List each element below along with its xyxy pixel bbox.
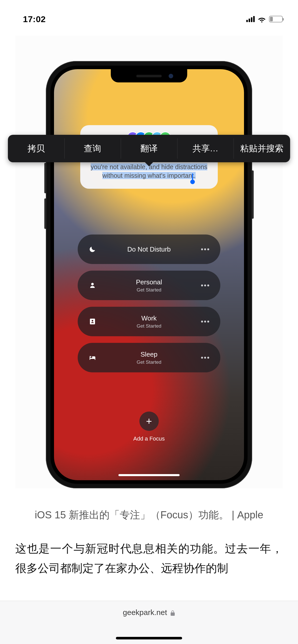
page-domain: geekpark.net (123, 608, 167, 617)
notch (111, 69, 187, 82)
status-bar: 17:02 (0, 0, 298, 31)
focus-mode-sublabel: Get Started (78, 287, 220, 293)
selection-handle-end[interactable] (190, 180, 195, 184)
focus-mode-sleep[interactable]: Sleep Get Started ••• (78, 343, 220, 372)
menu-translate[interactable]: 翻译 (121, 135, 177, 162)
menu-paste-search[interactable]: 粘贴并搜索 (234, 135, 290, 162)
add-focus-label: Add a Focus (133, 435, 165, 442)
status-time: 17:02 (23, 14, 46, 24)
mockup-home-indicator (118, 474, 180, 476)
focus-mode-sublabel: Get Started (78, 323, 220, 329)
menu-lookup[interactable]: 查询 (64, 135, 121, 162)
lock-icon (170, 609, 175, 616)
mockup-screen: Find Focus in the Day Filter notificatio… (54, 69, 244, 480)
article-body[interactable]: Find Focus in the Day Filter notificatio… (0, 36, 298, 601)
focus-mode-label: Do Not Disturb (78, 245, 220, 253)
safari-toolbar: geekpark.net (0, 601, 298, 644)
address-bar[interactable]: geekpark.net (123, 608, 175, 617)
text-selection-menu: 拷贝 查询 翻译 共享… 粘贴并搜索 (8, 135, 290, 162)
focus-mode-sublabel: Get Started (78, 359, 220, 365)
focus-mode-label: Personal (78, 278, 220, 286)
add-focus: + Add a Focus (133, 412, 165, 442)
figure: Find Focus in the Day Filter notificatio… (15, 36, 283, 488)
focus-mode-label: Work (78, 314, 220, 322)
focus-mode-list: Do Not Disturb ••• Personal Get Started (78, 235, 220, 372)
focus-mode-label: Sleep (78, 350, 220, 358)
phone-mockup: Find Focus in the Day Filter notificatio… (46, 61, 252, 488)
menu-copy[interactable]: 拷贝 (8, 135, 64, 162)
home-indicator (116, 637, 182, 639)
cellular-icon (246, 16, 255, 22)
focus-mode-personal[interactable]: Personal Get Started ••• (78, 271, 220, 300)
focus-mode-work[interactable]: Work Get Started ••• (78, 307, 220, 336)
figure-caption: iOS 15 新推出的「专注」（Focus）功能。 | Apple (10, 506, 288, 523)
menu-arrow-icon (144, 162, 154, 166)
focus-mode-dnd[interactable]: Do Not Disturb ••• (78, 235, 220, 264)
battery-icon (269, 16, 283, 22)
wifi-icon (258, 15, 266, 23)
add-focus-button[interactable]: + (139, 412, 159, 431)
status-indicators (246, 15, 283, 23)
menu-share[interactable]: 共享… (177, 135, 234, 162)
article-paragraph: 这也是一个与新冠时代息息相关的功能。过去一年，很多公司都制定了在家办公、远程协作… (15, 539, 283, 578)
